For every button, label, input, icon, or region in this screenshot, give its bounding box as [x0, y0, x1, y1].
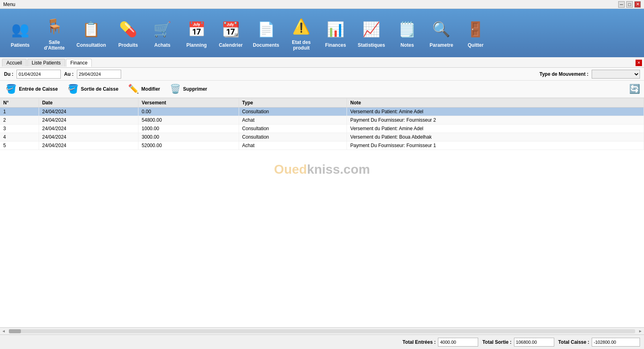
sortie-caisse-label: Sortie de Caisse	[81, 86, 118, 92]
total-sortie-label: Total Sortie :	[482, 339, 511, 345]
minimize-button[interactable]: ─	[618, 1, 625, 8]
table-area: N°DateVersementTypeNote 124/04/20240.00C…	[0, 98, 644, 327]
titlebar: Menu ─ □ ✕	[0, 0, 644, 9]
cell-row3-col1: 3	[0, 125, 39, 133]
modifier-button[interactable]: ✏️ Modifier	[126, 83, 162, 95]
cell-row1-col5: Versement du Patient: Amine Adel	[347, 108, 644, 116]
table-body: 124/04/20240.00ConsultationVersement du …	[0, 108, 644, 150]
statistiques-icon: 📈	[360, 18, 383, 41]
toolbar-item-consultation[interactable]: 📋Consultation	[72, 16, 110, 50]
achats-icon: 🛒	[151, 18, 173, 41]
patients-label: Patients	[11, 42, 30, 48]
au-input[interactable]	[77, 70, 121, 79]
patients-icon: 👥	[9, 18, 31, 41]
tab-close-button[interactable]: ✕	[636, 60, 642, 66]
sortie-caisse-button[interactable]: 🪣 Sortie de Caisse	[66, 83, 120, 95]
quitter-icon: 🚪	[464, 18, 487, 41]
consultation-label: Consultation	[76, 42, 106, 48]
col-header-n: N°	[0, 98, 39, 108]
watermark-oued: Oued	[274, 162, 307, 177]
toolbar-item-salle-attente[interactable]: 🪑Salle d'Attente	[38, 13, 70, 53]
toolbar-item-quitter[interactable]: 🚪Quitter	[460, 16, 492, 50]
cell-row4-col1: 4	[0, 133, 39, 141]
cell-row2-col3: 54800.00	[138, 116, 239, 125]
toolbar-item-finances[interactable]: 📊Finances	[320, 16, 352, 50]
finances-icon: 📊	[324, 18, 347, 41]
cell-row3-col4: Consultation	[239, 125, 347, 133]
toolbar-item-patients[interactable]: 👥Patients	[4, 16, 36, 50]
table-row[interactable]: 324/04/20241000.00ConsultationVersement …	[0, 125, 644, 133]
toolbar-item-documents[interactable]: 📄Documents	[249, 16, 283, 50]
footer: Total Entrées : Total Sortie : Total Cai…	[0, 334, 644, 349]
produits-label: Produits	[118, 42, 138, 48]
etat-produit-icon: ⚠️	[290, 15, 313, 38]
parametre-icon: 🔍	[430, 18, 453, 41]
toolbar-item-etat-produit[interactable]: ⚠️Etat des produit	[285, 13, 318, 53]
cell-row4-col4: Consultation	[239, 133, 347, 141]
planning-icon: 📅	[185, 18, 208, 41]
tabs-bar: AccueilListe PatientsFinance✕	[0, 57, 644, 68]
cell-row3-col5: Versement du Patient: Amine Adel	[347, 125, 644, 133]
tab-finance[interactable]: Finance	[66, 59, 92, 67]
total-entrees-item: Total Entrées :	[402, 338, 478, 347]
type-mouvement-select[interactable]	[592, 70, 640, 79]
planning-label: Planning	[186, 42, 207, 48]
sortie-caisse-icon: 🪣	[68, 84, 78, 94]
statistiques-label: Statistiques	[358, 42, 385, 48]
produits-icon: 💊	[117, 18, 139, 41]
entree-caisse-button[interactable]: 🪣 Entrée de Caisse	[4, 83, 60, 95]
supprimer-button[interactable]: 🗑️ Supprimer	[168, 83, 209, 95]
refresh-button[interactable]: 🔄	[629, 84, 640, 94]
titlebar-title: Menu	[3, 2, 15, 7]
calendrier-icon: 📆	[219, 18, 242, 41]
toolbar-item-planning[interactable]: 📅Planning	[180, 16, 213, 50]
modifier-icon: ✏️	[128, 84, 139, 94]
toolbar-item-calendrier[interactable]: 📆Calendrier	[215, 16, 247, 50]
supprimer-icon: 🗑️	[170, 84, 181, 94]
toolbar-item-statistiques[interactable]: 📈Statistiques	[354, 16, 389, 50]
restore-button[interactable]: □	[626, 1, 633, 8]
close-button[interactable]: ✕	[634, 1, 641, 8]
total-caisse-item: Total Caisse :	[558, 338, 640, 347]
quitter-label: Quitter	[468, 42, 483, 48]
cell-row1-col4: Consultation	[239, 108, 347, 116]
cell-row1-col3: 0.00	[138, 108, 239, 116]
watermark-kniss: kniss	[307, 162, 340, 177]
entree-caisse-label: Entrée de Caisse	[19, 86, 58, 92]
salle-attente-label: Salle d'Attente	[44, 39, 65, 51]
cell-row4-col3: 3000.00	[138, 133, 239, 141]
table-row[interactable]: 224/04/202454800.00AchatPayment Du Fourn…	[0, 116, 644, 125]
data-table: N°DateVersementTypeNote 124/04/20240.00C…	[0, 98, 644, 150]
horizontal-scrollbar[interactable]: ◄ ►	[0, 327, 644, 334]
tab-close-container: ✕	[634, 60, 642, 66]
toolbar-item-parametre[interactable]: 🔍Parametre	[425, 16, 458, 50]
watermark-com: .com	[340, 162, 370, 177]
tab-accueil[interactable]: Accueil	[2, 59, 27, 66]
cell-row2-col4: Achat	[239, 116, 347, 125]
cell-row5-col3: 52000.00	[138, 141, 239, 150]
cell-row4-col5: Versement du Patient: Boua Abdelhak	[347, 133, 644, 141]
modifier-label: Modifier	[141, 86, 160, 92]
cell-row2-col5: Payment Du Fournisseur: Fournisseur 2	[347, 116, 644, 125]
table-row[interactable]: 424/04/20243000.00ConsultationVersement …	[0, 133, 644, 141]
table-row[interactable]: 524/04/202452000.00AchatPayment Du Fourn…	[0, 141, 644, 150]
toolbar-item-notes[interactable]: 🗒️Notes	[391, 16, 423, 50]
entree-caisse-icon: 🪣	[6, 84, 17, 94]
du-input[interactable]	[17, 70, 61, 79]
table-row[interactable]: 124/04/20240.00ConsultationVersement du …	[0, 108, 644, 116]
col-header-type: Type	[239, 98, 347, 108]
tab-liste-patients[interactable]: Liste Patients	[27, 59, 65, 66]
supprimer-label: Supprimer	[183, 86, 207, 92]
total-entrees-label: Total Entrées :	[402, 339, 436, 345]
col-header-date: Date	[39, 98, 138, 108]
toolbar-item-achats[interactable]: 🛒Achats	[146, 16, 178, 50]
notes-icon: 🗒️	[396, 18, 419, 41]
table-header-row: N°DateVersementTypeNote	[0, 98, 644, 108]
cell-row4-col2: 24/04/2024	[39, 133, 138, 141]
col-header-note: Note	[347, 98, 644, 108]
action-bar: 🪣 Entrée de Caisse 🪣 Sortie de Caisse ✏️…	[0, 81, 644, 98]
total-sortie-value	[514, 338, 554, 347]
cell-row3-col3: 1000.00	[138, 125, 239, 133]
toolbar-item-produits[interactable]: 💊Produits	[112, 16, 144, 50]
documents-icon: 📄	[255, 18, 277, 41]
